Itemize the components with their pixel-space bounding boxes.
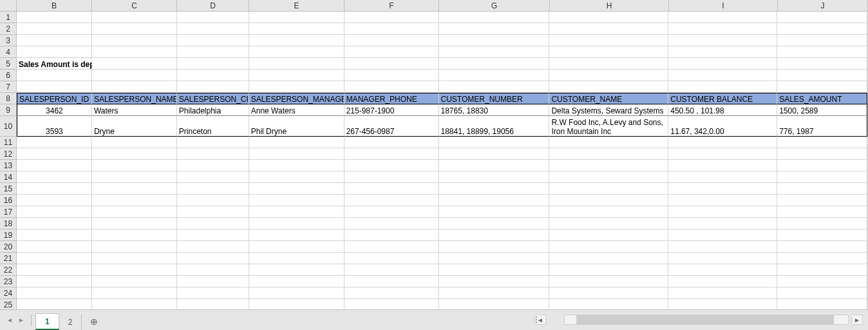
- cell[interactable]: [777, 58, 867, 70]
- cell[interactable]: [92, 253, 177, 264]
- cell[interactable]: [249, 35, 344, 46]
- cell[interactable]: [668, 137, 777, 148]
- col-header-g[interactable]: G: [439, 0, 550, 12]
- cell[interactable]: [92, 206, 177, 218]
- cell[interactable]: [344, 23, 439, 35]
- row-header-16[interactable]: 16: [0, 195, 17, 206]
- row-header-12[interactable]: 12: [0, 148, 17, 160]
- cell[interactable]: [549, 12, 668, 23]
- cell[interactable]: [777, 264, 867, 276]
- cell[interactable]: [249, 58, 344, 70]
- cell[interactable]: [668, 195, 777, 206]
- cell[interactable]: [249, 229, 344, 241]
- cell[interactable]: [177, 137, 249, 148]
- cell[interactable]: [777, 241, 867, 253]
- cell[interactable]: [549, 148, 668, 160]
- col-header-d[interactable]: D: [177, 0, 249, 12]
- cell[interactable]: [17, 137, 92, 148]
- cell[interactable]: [549, 70, 668, 81]
- cell[interactable]: [549, 81, 668, 93]
- cell[interactable]: [344, 195, 439, 206]
- header-b[interactable]: SALESPERSON_ID: [17, 93, 92, 104]
- row-header-7[interactable]: 7: [0, 81, 17, 93]
- data-r9-g[interactable]: 18765, 18830: [439, 104, 550, 116]
- cell[interactable]: [668, 276, 777, 287]
- cell[interactable]: [177, 253, 249, 264]
- cell[interactable]: [777, 206, 867, 218]
- cell[interactable]: [549, 58, 668, 70]
- data-r9-c[interactable]: Waters: [92, 104, 177, 116]
- cell[interactable]: [549, 229, 668, 241]
- cell[interactable]: [549, 171, 668, 183]
- cell[interactable]: [92, 46, 177, 58]
- col-header-i[interactable]: I: [669, 0, 778, 12]
- cell[interactable]: [92, 183, 177, 195]
- cell[interactable]: [17, 195, 92, 206]
- cell[interactable]: [439, 46, 550, 58]
- cell[interactable]: [177, 206, 249, 218]
- data-r9-e[interactable]: Anne Waters: [249, 104, 344, 116]
- cell[interactable]: [668, 229, 777, 241]
- row-header-21[interactable]: 21: [0, 253, 17, 264]
- cell[interactable]: [344, 46, 439, 58]
- cell[interactable]: [344, 183, 439, 195]
- header-h[interactable]: CUSTOMER_NAME: [549, 93, 668, 104]
- cell[interactable]: [249, 276, 344, 287]
- row-header-6[interactable]: 6: [0, 70, 17, 81]
- cell[interactable]: [92, 12, 177, 23]
- cell[interactable]: [92, 171, 177, 183]
- cell[interactable]: [249, 81, 344, 93]
- cell[interactable]: [668, 160, 777, 171]
- data-r10-j[interactable]: 776, 1987: [777, 116, 867, 137]
- sheet-tab-2[interactable]: 2: [59, 315, 82, 330]
- cell[interactable]: [549, 183, 668, 195]
- cell[interactable]: [549, 35, 668, 46]
- cell[interactable]: [92, 81, 177, 93]
- cell[interactable]: [439, 229, 550, 241]
- cell[interactable]: [344, 264, 439, 276]
- cell[interactable]: [17, 70, 92, 81]
- cell[interactable]: [249, 218, 344, 229]
- cell[interactable]: [439, 253, 550, 264]
- hscroll-right-icon[interactable]: ►: [851, 315, 863, 325]
- header-c[interactable]: SALESPERSON_NAME: [92, 93, 177, 104]
- cell[interactable]: [439, 218, 550, 229]
- header-j[interactable]: SALES_AMOUNT: [777, 93, 867, 104]
- cell[interactable]: [177, 218, 249, 229]
- cell[interactable]: [668, 58, 777, 70]
- cell[interactable]: [344, 253, 439, 264]
- cell[interactable]: [249, 70, 344, 81]
- cell[interactable]: [549, 264, 668, 276]
- col-header-f[interactable]: F: [344, 0, 439, 12]
- cell[interactable]: [249, 160, 344, 171]
- cell[interactable]: [439, 276, 550, 287]
- col-header-c[interactable]: C: [92, 0, 177, 12]
- cell[interactable]: [777, 195, 867, 206]
- header-e[interactable]: SALESPERSON_MANAGER: [249, 93, 344, 104]
- cell[interactable]: [17, 276, 92, 287]
- cell[interactable]: [668, 253, 777, 264]
- cell[interactable]: [344, 218, 439, 229]
- cell[interactable]: [17, 23, 92, 35]
- cell[interactable]: [439, 81, 550, 93]
- cell[interactable]: [777, 148, 867, 160]
- cell[interactable]: [439, 264, 550, 276]
- cell[interactable]: [17, 241, 92, 253]
- cell[interactable]: [249, 12, 344, 23]
- cell[interactable]: [92, 229, 177, 241]
- cell[interactable]: [344, 81, 439, 93]
- cell[interactable]: [668, 81, 777, 93]
- row-header-14[interactable]: 14: [0, 171, 17, 183]
- cell[interactable]: [177, 12, 249, 23]
- cell[interactable]: [249, 264, 344, 276]
- cell[interactable]: [439, 12, 550, 23]
- tabbar-split-handle-icon[interactable]: [534, 315, 538, 325]
- cell[interactable]: [344, 148, 439, 160]
- cell[interactable]: [668, 46, 777, 58]
- cell[interactable]: [344, 137, 439, 148]
- row-header-19[interactable]: 19: [0, 229, 17, 241]
- cell[interactable]: [668, 171, 777, 183]
- cell[interactable]: [439, 160, 550, 171]
- col-header-e[interactable]: E: [249, 0, 344, 12]
- cell[interactable]: [92, 264, 177, 276]
